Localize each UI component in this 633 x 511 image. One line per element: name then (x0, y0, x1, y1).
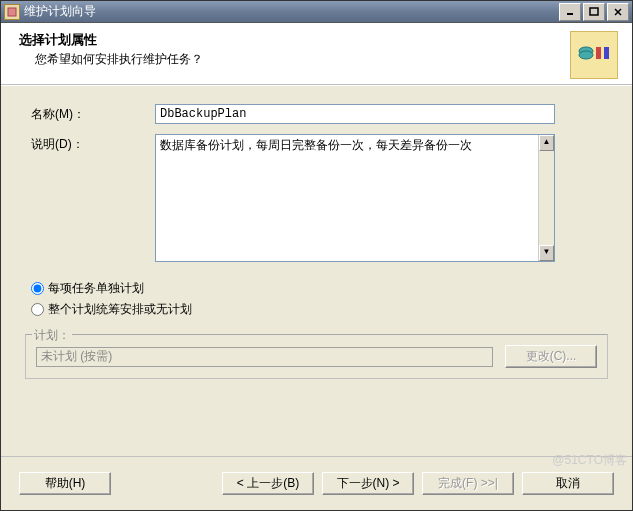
name-input[interactable] (155, 104, 555, 124)
close-button[interactable] (607, 3, 629, 21)
desc-scrollbar[interactable]: ▲ ▼ (538, 135, 554, 261)
svg-rect-8 (604, 47, 609, 59)
maximize-button[interactable] (583, 3, 605, 21)
cancel-button[interactable]: 取消 (522, 472, 614, 495)
wizard-footer: 帮助(H) < 上一步(B) 下一步(N) > 完成(F) >>| 取消 (1, 456, 632, 510)
desc-wrapper: 数据库备份计划，每周日完整备份一次，每天差异备份一次 ▲ ▼ (155, 134, 555, 262)
svg-point-6 (579, 51, 593, 59)
schedule-legend: 计划： (32, 327, 72, 344)
radio-separate-label: 每项任务单独计划 (48, 280, 144, 297)
window-title: 维护计划向导 (24, 3, 559, 20)
app-icon (4, 4, 20, 20)
header-icon (570, 31, 618, 79)
svg-rect-2 (590, 8, 598, 15)
schedule-display-field (36, 347, 493, 367)
scroll-down-button[interactable]: ▼ (539, 245, 554, 261)
schedule-fieldset: 计划： 更改(C)... (25, 334, 608, 379)
wizard-body: 名称(M)： 说明(D)： 数据库备份计划，每周日完整备份一次，每天差异备份一次… (1, 85, 632, 456)
change-schedule-button[interactable]: 更改(C)... (505, 345, 597, 368)
minimize-button[interactable] (559, 3, 581, 21)
window-controls (559, 3, 629, 21)
radio-single-input[interactable] (31, 303, 44, 316)
radio-single-schedule[interactable]: 整个计划统筹安排或无计划 (31, 301, 608, 318)
back-button[interactable]: < 上一步(B) (222, 472, 314, 495)
schedule-mode-group: 每项任务单独计划 整个计划统筹安排或无计划 (31, 280, 608, 318)
radio-single-label: 整个计划统筹安排或无计划 (48, 301, 192, 318)
header-subheading: 您希望如何安排执行维护任务？ (35, 51, 570, 68)
wizard-header: 选择计划属性 您希望如何安排执行维护任务？ (1, 23, 632, 85)
radio-separate-schedule[interactable]: 每项任务单独计划 (31, 280, 608, 297)
header-heading: 选择计划属性 (19, 31, 570, 49)
desc-textarea[interactable]: 数据库备份计划，每周日完整备份一次，每天差异备份一次 (156, 135, 538, 261)
help-button[interactable]: 帮助(H) (19, 472, 111, 495)
next-button[interactable]: 下一步(N) > (322, 472, 414, 495)
svg-rect-0 (8, 8, 16, 16)
svg-rect-7 (596, 47, 601, 59)
name-label: 名称(M)： (25, 104, 155, 123)
finish-button[interactable]: 完成(F) >>| (422, 472, 514, 495)
scroll-up-button[interactable]: ▲ (539, 135, 554, 151)
radio-separate-input[interactable] (31, 282, 44, 295)
desc-label: 说明(D)： (25, 134, 155, 153)
titlebar: 维护计划向导 (1, 1, 632, 23)
